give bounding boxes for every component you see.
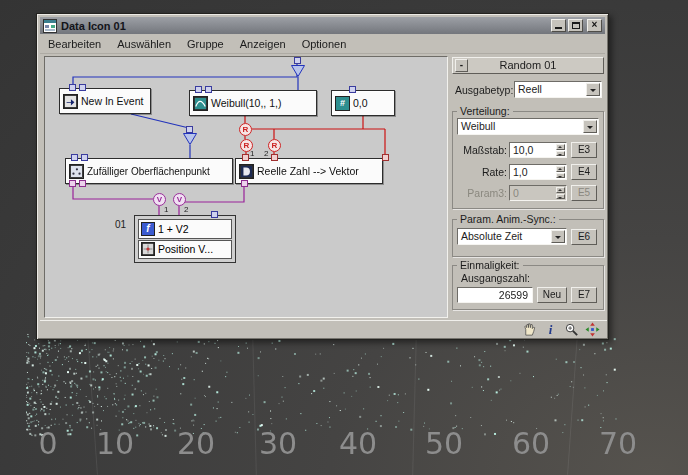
expression-row[interactable]: f 1 + V2 [138, 219, 232, 239]
input-connector[interactable] [71, 154, 78, 161]
node-editor-canvas[interactable]: New In Event Weibull(10,, 1,) # 0,0 Zufä… [44, 56, 448, 318]
port-number: 2 [184, 205, 188, 214]
anim-sync-group-title: Param. Anim.-Sync.: [457, 213, 559, 225]
input-connector[interactable] [271, 154, 278, 161]
node-label: Zufälliger Oberflächenpunkt [87, 166, 210, 177]
node-label: 0,0 [353, 97, 368, 109]
port-number: 2 [264, 149, 268, 158]
input-connector[interactable] [349, 86, 356, 93]
output-type-label: Ausgabetyp: [455, 84, 513, 96]
anim-sync-value: Absolute Zeit [461, 230, 522, 242]
distribution-dropdown[interactable]: Weibull [457, 118, 599, 135]
ruler-label-0: 0 [38, 426, 57, 461]
menubar: Bearbeiten Auswählen Gruppe Anzeigen Opt… [40, 35, 605, 54]
port-number: 1 [164, 205, 168, 214]
spinner[interactable] [556, 166, 565, 178]
menu-gruppe[interactable]: Gruppe [179, 36, 232, 52]
number-icon: # [335, 96, 350, 111]
event-triangle-icon[interactable] [291, 65, 305, 77]
rate-label: Rate: [455, 166, 507, 178]
e3-button[interactable]: E3 [571, 142, 597, 158]
rollout-header[interactable]: - Random 01 [452, 57, 604, 74]
scale-field[interactable]: 10,0 [509, 142, 567, 158]
menu-bearbeiten[interactable]: Bearbeiten [40, 36, 109, 52]
port-number: 1 [250, 149, 254, 158]
output-row[interactable]: Position V... [138, 240, 232, 260]
input-connector[interactable] [195, 86, 202, 93]
node-weibull[interactable]: Weibull(10,, 1,) [189, 90, 317, 116]
input-connector[interactable] [382, 154, 389, 161]
seed-label: Ausgangszahl: [461, 272, 530, 284]
param3-value: 0 [513, 187, 519, 199]
viewport-background[interactable]: 010203040506070 Data Icon 01 × Bearbeite… [0, 0, 688, 475]
event-input-icon [63, 94, 78, 109]
parameter-panel: - Random 01 Ausgabetyp: Reell Verteilung… [450, 56, 606, 318]
data-view-window: Data Icon 01 × Bearbeiten Auswählen Grup… [36, 13, 609, 340]
statusbar: i [40, 320, 607, 338]
node-expression[interactable]: f 1 + V2 Position V... [134, 215, 236, 263]
collapse-button[interactable]: - [455, 59, 468, 72]
event-triangle-icon[interactable] [183, 133, 197, 145]
output-type-value: Reell [518, 83, 542, 95]
node-surface-point[interactable]: Zufälliger Oberflächenpunkt [65, 158, 233, 184]
close-button[interactable]: × [587, 19, 602, 32]
position-icon [141, 242, 155, 256]
info-icon[interactable]: i [542, 322, 559, 338]
chevron-down-icon[interactable] [551, 230, 565, 243]
rollout-title: Random 01 [500, 59, 557, 71]
e4-button[interactable]: E4 [571, 164, 597, 180]
input-connector[interactable] [211, 211, 218, 218]
output-connector[interactable] [79, 180, 86, 187]
seed-field[interactable]: 26599 [457, 287, 533, 303]
param3-field: 0 [509, 185, 567, 201]
axis-ruler: 010203040506070 [0, 426, 688, 475]
e6-button[interactable]: E6 [571, 229, 597, 245]
menu-optionen[interactable]: Optionen [294, 36, 355, 52]
node-real-to-vector[interactable]: Reelle Zahl --> Vektor [235, 158, 383, 184]
node-label: Reelle Zahl --> Vektor [257, 165, 359, 177]
ruler-label-50: 50 [425, 426, 463, 461]
input-connector[interactable] [205, 86, 212, 93]
chevron-down-icon[interactable] [586, 83, 600, 96]
titlebar[interactable]: Data Icon 01 × [40, 17, 605, 34]
ruler-label-40: 40 [339, 426, 377, 461]
zoom-region-icon[interactable] [563, 322, 580, 338]
minimize-button[interactable] [551, 19, 566, 32]
input-connector[interactable] [79, 84, 86, 91]
random-icon [193, 96, 208, 111]
convert-icon [239, 164, 254, 179]
e7-button[interactable]: E7 [571, 287, 597, 303]
input-connector[interactable] [81, 154, 88, 161]
spinner [556, 187, 565, 199]
output-type-dropdown[interactable]: Reell [514, 81, 602, 98]
spinner[interactable] [556, 144, 565, 156]
param3-label: Param3: [455, 187, 507, 199]
maximize-icon [572, 22, 580, 29]
ruler-label-60: 60 [512, 426, 550, 461]
menu-anzeigen[interactable]: Anzeigen [232, 36, 294, 52]
output-connector[interactable] [69, 180, 76, 187]
real-port[interactable]: R [268, 139, 281, 152]
rate-field[interactable]: 1,0 [509, 164, 567, 180]
node-new-in-event[interactable]: New In Event [59, 88, 151, 114]
pan-zoom-icon[interactable] [584, 322, 601, 338]
node-constant[interactable]: # 0,0 [331, 90, 395, 116]
node-label: New In Event [81, 95, 143, 107]
pan-hand-icon[interactable] [521, 322, 538, 338]
menu-auswaehlen[interactable]: Auswählen [109, 36, 179, 52]
rate-value: 1,0 [513, 166, 528, 178]
input-connector[interactable] [69, 84, 76, 91]
ruler-label-10: 10 [96, 426, 134, 461]
function-icon: f [141, 222, 155, 236]
input-connector[interactable] [294, 57, 301, 64]
uniqueness-group: Einmaligkeit: Ausgangszahl: 26599 Neu E7 [452, 265, 604, 310]
chevron-down-icon[interactable] [583, 120, 597, 133]
input-connector[interactable] [186, 126, 193, 133]
minimize-icon [555, 27, 562, 29]
input-connector[interactable] [242, 154, 249, 161]
new-seed-button[interactable]: Neu [537, 287, 567, 303]
output-connector[interactable] [241, 180, 248, 187]
real-port[interactable]: R [239, 123, 252, 136]
anim-sync-dropdown[interactable]: Absolute Zeit [457, 228, 567, 245]
maximize-button[interactable] [568, 19, 583, 32]
